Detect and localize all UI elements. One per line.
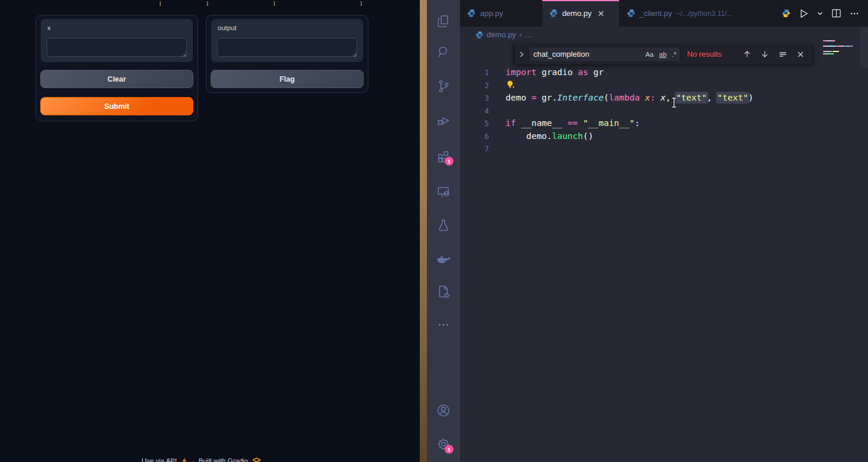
code-line[interactable]: 6 demo.launch() bbox=[460, 130, 868, 143]
testing-icon[interactable] bbox=[436, 218, 451, 233]
line-number: 6 bbox=[460, 130, 489, 143]
progress-tick bbox=[160, 1, 161, 6]
code-line[interactable]: 2 bbox=[460, 79, 868, 92]
source-control-icon[interactable] bbox=[436, 79, 451, 94]
mouse-ibeam-cursor bbox=[671, 97, 678, 108]
next-match-icon[interactable] bbox=[760, 50, 769, 59]
code-line[interactable]: 3demo = gr.Interface(lambda x: x, "text"… bbox=[460, 92, 868, 105]
reload-progress-bar bbox=[0, 0, 420, 8]
output-label: output bbox=[218, 24, 237, 31]
settings-badge: 1 bbox=[445, 445, 454, 454]
built-with-gradio-link[interactable]: Built with Gradio bbox=[199, 457, 248, 462]
match-case-toggle[interactable]: Aa bbox=[645, 51, 653, 58]
api-bolt-icon bbox=[181, 457, 188, 462]
run-python-file-icon[interactable] bbox=[798, 8, 809, 20]
editor-group: app.py demo.py ✕ _client.py ~/.../python… bbox=[460, 0, 868, 462]
more-views-icon[interactable] bbox=[436, 317, 451, 332]
submit-button[interactable]: Submit bbox=[40, 97, 193, 115]
split-editor-icon[interactable] bbox=[831, 8, 842, 19]
python-file-icon bbox=[627, 9, 636, 18]
minimap[interactable] bbox=[823, 40, 857, 59]
find-widget: chat_completion Aa ab .* No results bbox=[513, 44, 813, 65]
find-results-status: No results bbox=[687, 50, 722, 59]
tab-label: _client.py bbox=[640, 9, 672, 18]
gradio-footer: Use via API · Built with Gradio bbox=[0, 457, 402, 462]
scrollbar-slider[interactable] bbox=[860, 27, 868, 68]
tab-close-icon[interactable]: ✕ bbox=[598, 9, 605, 18]
tab-label: demo.py bbox=[562, 9, 592, 18]
tab-client-py[interactable]: _client.py ~/.../python3.11/... bbox=[620, 0, 782, 27]
find-in-selection-icon[interactable] bbox=[778, 50, 788, 59]
run-debug-icon[interactable] bbox=[436, 113, 451, 128]
remote-explorer-icon[interactable] bbox=[436, 184, 451, 199]
python-logo-icon bbox=[782, 9, 791, 18]
progress-tick bbox=[207, 1, 208, 6]
gradio-app: x Clear Submit output Flag Use via API ·… bbox=[0, 0, 420, 462]
tab-app-py[interactable]: app.py bbox=[460, 0, 542, 27]
vscode-window: 1 1 bbox=[427, 0, 868, 462]
line-number: 5 bbox=[460, 117, 489, 130]
screen: x Clear Submit output Flag Use via API ·… bbox=[0, 0, 868, 462]
cmake-icon[interactable] bbox=[436, 284, 451, 299]
more-actions-icon[interactable] bbox=[849, 8, 860, 19]
progress-tick bbox=[361, 1, 362, 6]
gradio-logo-icon bbox=[252, 457, 261, 462]
tab-demo-py[interactable]: demo.py ✕ bbox=[542, 0, 620, 27]
input-label: x bbox=[47, 24, 51, 31]
input-textarea[interactable] bbox=[47, 38, 187, 57]
input-block: x bbox=[41, 19, 193, 62]
line-number: 4 bbox=[460, 105, 489, 118]
editor-actions bbox=[782, 0, 868, 27]
settings-icon[interactable]: 1 bbox=[436, 437, 451, 452]
python-file-icon bbox=[549, 9, 558, 18]
close-find-icon[interactable] bbox=[796, 50, 805, 59]
docker-icon[interactable] bbox=[436, 253, 451, 268]
line-number: 3 bbox=[460, 92, 489, 105]
code-line[interactable]: 1import gradio as gr bbox=[460, 66, 868, 79]
line-number: 1 bbox=[460, 66, 489, 79]
footer-separator: · bbox=[192, 457, 195, 462]
extensions-badge: 1 bbox=[445, 157, 454, 166]
line-number: 2 bbox=[460, 79, 489, 92]
output-block: output bbox=[211, 19, 363, 62]
tab-description: ~/.../python3.11/... bbox=[676, 9, 733, 18]
search-icon[interactable] bbox=[436, 44, 451, 60]
lightbulb-icon[interactable] bbox=[506, 80, 515, 89]
activity-bar: 1 1 bbox=[427, 0, 460, 462]
find-input[interactable]: chat_completion Aa ab .* bbox=[529, 47, 681, 62]
clear-button[interactable]: Clear bbox=[40, 70, 193, 88]
toggle-replace-chevron-icon[interactable] bbox=[514, 50, 529, 59]
previous-match-icon[interactable] bbox=[743, 50, 752, 59]
input-column-card: x Clear Submit bbox=[35, 15, 198, 121]
account-icon[interactable] bbox=[436, 403, 451, 418]
explorer-icon[interactable] bbox=[436, 14, 451, 29]
find-query-text[interactable]: chat_completion bbox=[529, 50, 645, 59]
output-column-card: output Flag bbox=[206, 15, 368, 93]
run-dropdown-chevron-icon[interactable] bbox=[817, 10, 824, 17]
python-file-icon bbox=[467, 9, 476, 18]
flag-button[interactable]: Flag bbox=[210, 70, 364, 88]
use-via-api-link[interactable]: Use via API bbox=[141, 457, 176, 462]
code-area[interactable]: 1import gradio as gr23demo = gr.Interfac… bbox=[460, 66, 868, 156]
code-line[interactable]: 4 bbox=[460, 105, 868, 118]
code-line[interactable]: 7 bbox=[460, 143, 868, 156]
regex-toggle[interactable]: .* bbox=[672, 51, 676, 58]
code-line[interactable]: 5if __name__ == "__main__": bbox=[460, 117, 868, 130]
extensions-icon[interactable]: 1 bbox=[436, 148, 451, 164]
whole-word-toggle[interactable]: ab bbox=[659, 51, 667, 58]
tab-label: app.py bbox=[480, 9, 503, 18]
tab-bar: app.py demo.py ✕ _client.py ~/.../python… bbox=[460, 0, 868, 27]
editor[interactable]: chat_completion Aa ab .* No results bbox=[460, 27, 868, 462]
output-textarea[interactable] bbox=[217, 38, 357, 57]
window-divider bbox=[420, 0, 427, 462]
line-number: 7 bbox=[460, 143, 489, 156]
progress-tick bbox=[274, 1, 275, 6]
